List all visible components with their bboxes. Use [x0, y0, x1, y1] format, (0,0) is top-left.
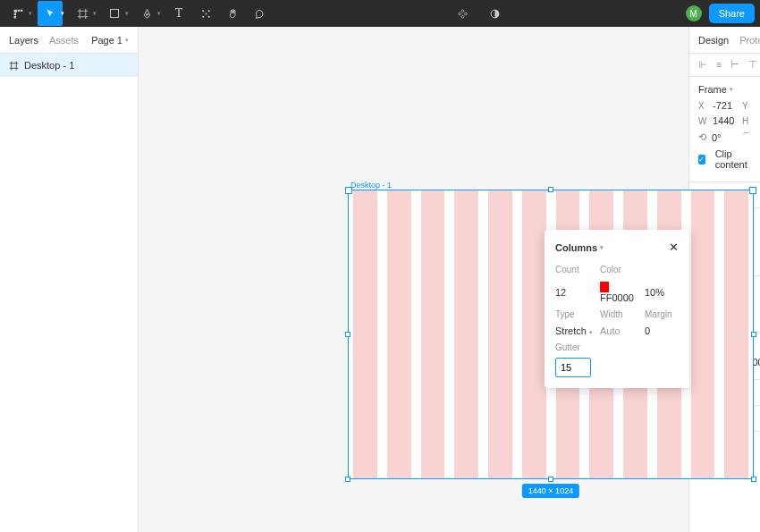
w-label: W	[698, 116, 707, 126]
align-hcenter-icon[interactable]: ≡	[716, 59, 722, 71]
layer-label: Desktop - 1	[24, 60, 74, 71]
clip-checkbox[interactable]: ✓	[698, 155, 705, 165]
color-label: Color	[600, 265, 641, 274]
margin-label: Margin	[645, 309, 680, 319]
page-selector[interactable]: Page 1 ▾	[91, 35, 129, 46]
tab-assets[interactable]: Assets	[49, 35, 79, 46]
align-top-icon[interactable]: ⊤	[748, 59, 757, 71]
component-icon[interactable]	[450, 1, 475, 26]
svg-point-5	[146, 13, 148, 15]
top-toolbar: ▾ ▾ ▾ ▾ ▾ T M Share	[0, 0, 760, 27]
comment-tool-icon[interactable]	[247, 1, 272, 26]
svg-point-6	[202, 10, 204, 12]
width-label: Width	[600, 309, 641, 319]
corner-radius-icon: ⌒	[741, 131, 751, 144]
layout-grid-popup: Columns▾ ✕ Count Color 12 FF0000 10% Typ…	[545, 230, 689, 388]
svg-point-9	[207, 15, 209, 17]
h-label: H	[742, 116, 751, 126]
opacity-input[interactable]: 10%	[645, 287, 680, 298]
chevron-down-icon[interactable]: ▾	[93, 10, 97, 17]
shape-tool-icon[interactable]	[102, 1, 127, 26]
avatar[interactable]: M	[686, 5, 702, 21]
move-tool-icon[interactable]	[38, 1, 63, 26]
w-input[interactable]: 1440	[713, 115, 734, 126]
align-left-icon[interactable]: ⊩	[698, 59, 707, 71]
chevron-down-icon[interactable]: ▾	[29, 10, 32, 17]
svg-point-8	[202, 15, 204, 17]
type-select[interactable]: Stretch ▾	[555, 325, 596, 336]
x-input[interactable]: -721	[713, 100, 732, 111]
width-input[interactable]: Auto	[600, 325, 641, 336]
toolbar-center	[450, 1, 507, 26]
svg-rect-4	[111, 10, 119, 18]
pen-tool-icon[interactable]	[134, 1, 159, 26]
popup-title[interactable]: Columns▾	[555, 242, 604, 253]
text-tool-icon[interactable]: T	[166, 1, 191, 26]
svg-point-7	[207, 10, 209, 12]
hand-tool-icon[interactable]	[220, 1, 245, 26]
margin-input[interactable]: 0	[645, 325, 680, 336]
align-controls: ⊩ ≡ ⊢ ⊤	[689, 54, 760, 77]
frame-tool-icon[interactable]	[70, 1, 95, 26]
chevron-down-icon[interactable]: ▾	[125, 10, 129, 17]
share-button[interactable]: Share	[709, 4, 755, 23]
tab-design[interactable]: Design	[698, 35, 729, 46]
toolbar-tools: ▾ ▾ ▾ ▾ ▾ T	[5, 1, 272, 26]
align-right-icon[interactable]: ⊢	[730, 59, 739, 71]
gutter-input[interactable]	[555, 358, 591, 377]
tab-prototype[interactable]: Prototype	[739, 35, 760, 46]
layers-panel: Layers Assets Page 1 ▾ Desktop - 1	[0, 27, 139, 532]
dimensions-label: 1440 × 1024	[522, 484, 579, 498]
frame-name-label[interactable]: Desktop - 1	[350, 181, 392, 190]
clip-content-label: Clip content	[715, 148, 751, 170]
x-label: X	[698, 101, 707, 111]
resources-icon[interactable]	[193, 1, 218, 26]
mask-icon[interactable]	[482, 1, 507, 26]
menu-icon[interactable]	[5, 1, 30, 26]
rotation-input[interactable]: 0°	[712, 132, 722, 143]
color-swatch[interactable]	[600, 282, 609, 292]
layer-item[interactable]: Desktop - 1	[0, 54, 138, 77]
chevron-down-icon[interactable]: ▾	[61, 10, 64, 17]
frame-section-title[interactable]: Frame	[698, 84, 727, 95]
color-input[interactable]: FF0000	[600, 281, 641, 303]
count-input[interactable]: 12	[555, 287, 596, 298]
rotation-icon: ⟲	[698, 131, 706, 143]
tab-layers[interactable]: Layers	[9, 35, 38, 46]
y-label: Y	[742, 101, 751, 111]
chevron-down-icon[interactable]: ▾	[157, 10, 161, 17]
toolbar-right: M Share	[686, 4, 755, 23]
frame-icon	[9, 61, 19, 71]
count-label: Count	[555, 265, 596, 274]
type-label: Type	[555, 309, 596, 319]
close-icon[interactable]: ✕	[669, 241, 679, 254]
gutter-label: Gutter	[555, 342, 596, 352]
